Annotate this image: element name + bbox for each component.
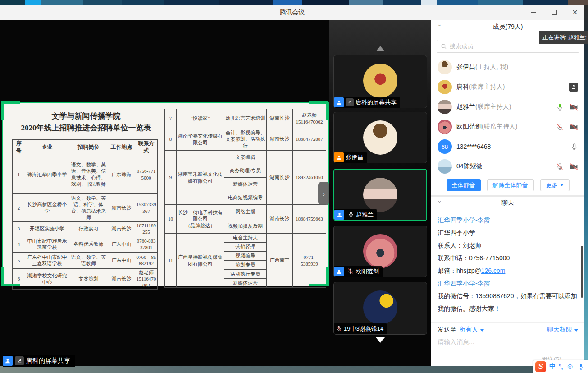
desktop-bottom-edge — [0, 366, 588, 373]
cell: 营销经理 — [224, 243, 267, 252]
cell: 广东中山 — [108, 252, 135, 268]
email-link[interactable]: 126.com — [481, 267, 506, 274]
participant-name: 唐科的屏幕共享 — [356, 98, 397, 106]
share-border-corner — [1, 101, 4, 120]
voice-input-icon[interactable] — [577, 363, 584, 370]
cell: 9 — [165, 151, 177, 205]
video-tile[interactable]: 19中3谢燕锋14 — [333, 282, 427, 335]
microphone-muted-icon[interactable] — [556, 163, 564, 170]
chat-scrollbar[interactable] — [581, 246, 583, 298]
cell: 电商短视频编导 — [224, 191, 267, 205]
video-tile-speaking[interactable]: 赵雅兰 — [333, 169, 427, 221]
cell: 11 — [165, 234, 177, 288]
cell: 语文、数学、英语、音体美、信息技术、心理、戏剧、书法教师 — [69, 155, 108, 194]
member-name: 赵雅兰(联席主持人) — [456, 103, 552, 111]
camera-off-icon[interactable] — [570, 124, 578, 130]
member-row[interactable]: 04陈紫微 — [431, 157, 584, 175]
mute-all-button[interactable]: 全体静音 — [447, 179, 481, 191]
cell: 广西南宁 — [267, 234, 293, 288]
cell: 湖南长沙 — [267, 151, 293, 205]
message-input[interactable] — [438, 338, 578, 345]
chat-message-line: 联系人：刘老师 — [438, 239, 578, 252]
person-icon — [334, 267, 344, 276]
member-row[interactable]: 赵雅兰(联席主持人) — [431, 97, 584, 117]
window-title: 腾讯会议 — [0, 5, 584, 20]
member-name: 欧阳范剑(联席主持人) — [456, 123, 552, 131]
minimize-button[interactable] — [529, 8, 538, 18]
send-to-label: 发送至 — [438, 326, 456, 334]
microphone-muted-icon — [336, 325, 342, 333]
video-tile[interactable]: 张伊昌 — [333, 112, 427, 163]
camera-off-icon[interactable] — [570, 104, 578, 111]
cell: 湖南长沙 — [267, 205, 293, 234]
cell: 各科优秀教师 — [69, 236, 108, 252]
participant-name: 欧阳范剑 — [356, 267, 379, 276]
avatar — [438, 100, 452, 114]
unmute-all-button[interactable]: 解除全体静音 — [487, 179, 534, 191]
cell: 长沙一待电子科技有限公司 （品牌悠达） — [177, 205, 224, 234]
cell: 新媒体运营 — [224, 279, 267, 288]
sogou-ime-icon[interactable]: S — [535, 361, 546, 372]
titlebar: 腾讯会议 ✕ — [0, 5, 584, 20]
collapse-filmstrip-button[interactable]: › — [318, 182, 329, 205]
member-row[interactable]: 张伊昌(主持人, 我) — [431, 57, 584, 77]
microphone-muted-icon[interactable] — [556, 123, 564, 131]
cell: 视频拍摄及后期 — [224, 219, 267, 234]
ime-punctuation-toggle[interactable]: °, — [559, 363, 563, 370]
collapse-chat-icon[interactable]: ⌄ — [437, 197, 442, 204]
member-actions-bar: 全体静音 解除全体静音 更多 — [431, 175, 584, 195]
microphone-active-icon[interactable] — [556, 103, 564, 111]
microphone-icon[interactable] — [570, 143, 578, 151]
document-title-line2: 2020年线上招聘推进会招聘单位一览表 — [8, 122, 164, 134]
table-row: 9 湖南宝禾影视文化传媒有限公司 文案编辑 湖南长沙 18932461050 — [165, 151, 326, 164]
send-to-selector[interactable]: 所有人 — [459, 326, 484, 334]
member-row[interactable]: 欧阳范剑(联席主持人) — [431, 117, 584, 137]
cell: 3 — [13, 222, 25, 236]
speaking-indicator-tooltip: 正在讲话: 赵雅兰; — [539, 31, 588, 44]
chat-title: 聊天 — [501, 199, 514, 207]
member-row[interactable]: 68 132****6468 — [431, 137, 584, 157]
cell: 广东省中山市纪中三鑫双语学校 — [25, 252, 69, 268]
cell: 18684772887 — [293, 128, 326, 151]
maximize-button[interactable] — [549, 8, 559, 18]
scroll-up-icon[interactable] — [376, 46, 385, 51]
chat-message-line: 我的微信号：13590887620，如果有需要可以添加我的微信。感谢大家！ — [438, 290, 578, 315]
cell: 广东中山 — [108, 236, 135, 252]
collapse-members-icon[interactable]: ⌄ — [437, 21, 442, 28]
chat-permission-selector[interactable]: 聊天权限 — [547, 326, 578, 334]
tile-name-label: 张伊昌 — [334, 152, 367, 163]
background-window-fragment — [273, 0, 302, 5]
microphone-muted-icon — [347, 268, 354, 276]
member-row[interactable]: 唐科(联席主持人) — [431, 77, 584, 97]
chat-input-area[interactable] — [431, 336, 584, 354]
participant-name: 19中3谢燕锋14 — [344, 325, 383, 333]
member-name: 132****6468 — [456, 143, 566, 150]
member-name: 张伊昌(主持人, 我) — [456, 63, 574, 71]
cell: 湖南长沙 — [108, 194, 135, 222]
chat-message-line: 汇华四季小学 — [438, 226, 578, 239]
document-title: 文学与新闻传播学院 2020年线上招聘推进会招聘单位一览表 — [8, 111, 164, 134]
cell: 湖南长沙 — [267, 128, 293, 151]
cell: 2 — [13, 194, 25, 222]
cell: 文案策划 — [69, 268, 108, 289]
more-button[interactable]: 更多 — [540, 179, 570, 191]
chat-sender: 汇华四季小学-李霞 — [438, 214, 578, 226]
cell: 7 — [165, 109, 177, 128]
ime-language-toggle[interactable]: 中 — [549, 363, 556, 371]
background-window-fragment — [523, 0, 568, 5]
close-button[interactable]: ✕ — [570, 8, 580, 18]
chevron-down-icon — [574, 329, 578, 332]
avatar — [438, 120, 452, 134]
emoji-icon[interactable]: ☺ — [566, 362, 574, 371]
cell: 策划专员 — [224, 261, 267, 270]
table-row: 5 广东省中山市纪中三鑫双语学校 语文、数学、英语教师 广东中山 0760—85… — [13, 252, 158, 268]
background-window-fragment — [437, 0, 478, 5]
scroll-down-icon[interactable] — [376, 337, 385, 343]
cell: 工作地点 — [108, 140, 135, 155]
camera-off-icon[interactable] — [570, 163, 578, 170]
chevron-down-icon — [480, 329, 484, 332]
video-tile[interactable]: 欧阳范剑 — [333, 226, 427, 277]
cell: 中山市纪中雅居乐凯茵学校 — [25, 236, 69, 252]
avatar — [438, 159, 452, 174]
video-tile[interactable]: 唐科的屏幕共享 — [333, 55, 427, 108]
